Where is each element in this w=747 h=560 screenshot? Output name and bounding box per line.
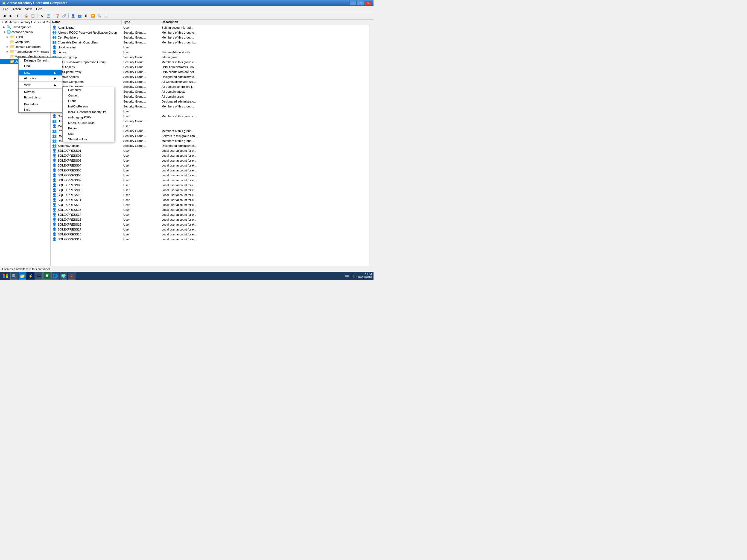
computer-button[interactable]: 🖥 (83, 13, 89, 19)
tree-item-dc[interactable]: ▶ 📁 Domain Controllers (0, 44, 50, 49)
find-button[interactable]: 🔍 (96, 13, 102, 19)
ctx-export[interactable]: Export List... (19, 95, 62, 100)
list-row[interactable]: 👥 DNS Admins Security Group... DNS Admin… (51, 65, 369, 70)
list-row[interactable]: 👤 SQLEXPRESS14 User Local user account f… (51, 212, 369, 217)
list-row[interactable]: 👤 SQLEXPRESS18 User Local user account f… (51, 232, 369, 237)
taskbar-suitcase[interactable]: 💼 (68, 272, 75, 280)
scrollbar[interactable] (369, 20, 374, 266)
list-row[interactable]: 👥 Allowed RODC Password Replication Grou… (51, 30, 369, 35)
minimize-button[interactable]: ─ (350, 1, 357, 5)
list-row[interactable]: 👥 Domain Admins Security Group... Design… (51, 74, 369, 79)
list-row[interactable]: 👤 SQLEXPRESS11 User Local user account f… (51, 198, 369, 202)
list-row[interactable]: 👥 Schema Admins Security Group... Design… (51, 143, 369, 148)
expand-builtin[interactable]: ▶ (6, 35, 10, 38)
ctx-view[interactable]: View ▶ (19, 82, 62, 88)
help-button[interactable]: ❓ (54, 13, 60, 19)
list-row[interactable]: 👥 Cert Publishers Security Group... Memb… (51, 35, 369, 40)
list-row[interactable]: 👤 SQLEXPRESS07 User Local user account f… (51, 178, 369, 183)
list-row[interactable]: 👤 SQLEXPRESS16 User Local user account f… (51, 222, 369, 227)
list-row[interactable]: 👤 SQLEXPRESS10 User Local user account f… (51, 193, 369, 198)
taskbar-chrome[interactable]: 🌐 (51, 272, 59, 280)
taskbar-files[interactable]: 🗂 (35, 272, 43, 280)
sub-msmq[interactable]: MSMQ Queue Alias (62, 120, 114, 126)
tree-item-root[interactable]: ▼ 🖥 Active Directory Users and Com (0, 20, 50, 25)
list-row[interactable]: 👤 SQLEXPRESS01 User Local user account f… (51, 148, 369, 153)
ctx-find[interactable]: Find... (19, 63, 62, 69)
ctx-refresh[interactable]: Refresh (19, 89, 62, 95)
list-row[interactable]: 👥 DNSUpdateProxy Security Group... DNS c… (51, 70, 369, 74)
expand-dc[interactable]: ▶ (6, 45, 10, 48)
ctx-delegate[interactable]: Delegate Control... (19, 58, 62, 63)
list-row[interactable]: 👤 SQLEXPRESS04 User Local user account f… (51, 163, 369, 168)
sub-contact[interactable]: Contact (62, 93, 114, 98)
move-button[interactable]: 🔄 (45, 13, 51, 19)
taskbar-aduc[interactable]: 🖥 (43, 272, 51, 280)
list-row[interactable]: 👤 SQLEXPRESS03 User Local user account f… (51, 158, 369, 163)
tree-item-foreign[interactable]: ▶ 📁 ForeignSecurityPrincipals (0, 49, 50, 54)
tree-item-builtin[interactable]: ▶ 📁 Builtin (0, 34, 50, 40)
col-header-type[interactable]: Type (122, 20, 160, 25)
menu-file[interactable]: File (1, 6, 10, 12)
col-header-desc[interactable]: Description (160, 20, 369, 25)
expand-root[interactable]: ▼ (1, 21, 4, 24)
list-row[interactable]: 👤 SQLEXPRESS08 User Local user account f… (51, 183, 369, 187)
ctx-properties[interactable]: Properties (19, 101, 62, 107)
ctx-all-tasks[interactable]: All Tasks ▶ (19, 75, 62, 81)
list-row[interactable]: 👤 SQLEXPRESS09 User Local user account f… (51, 187, 369, 193)
list-row[interactable]: 👤 cloudbase-init User (51, 45, 369, 50)
taskbar-explorer[interactable]: 📁 (19, 272, 26, 280)
sub-msds-resource[interactable]: msDS-ResourcePropertyList (62, 109, 114, 114)
list-row[interactable]: 👤 SQLEXPRESS17 User Local user account f… (51, 227, 369, 232)
sub-user[interactable]: User (62, 131, 114, 136)
taskbar-network[interactable]: 🌍 (60, 272, 67, 280)
connect-button[interactable]: 🔗 (61, 13, 67, 19)
sub-shared-folder[interactable]: Shared Folder (62, 136, 114, 142)
tree-item-computers[interactable]: 📁 Computers (0, 40, 50, 44)
expand-contoso[interactable]: ▼ (3, 31, 6, 33)
add-remove-column-button[interactable]: 📊 (103, 13, 109, 19)
list-row[interactable]: 👤 SQLEXPRESS05 User Local user account f… (51, 168, 369, 173)
user-button[interactable]: 👤 (70, 13, 76, 19)
list-row[interactable]: 👥 Domain Computers Security Group... All… (51, 79, 369, 84)
sub-group[interactable]: Group (62, 98, 114, 104)
list-row[interactable]: 👤 contoso User System Administrator (51, 50, 369, 55)
forward-button[interactable]: ▶ (8, 13, 14, 19)
menu-action[interactable]: Action (10, 6, 23, 12)
taskbar-search[interactable]: 🔍 (10, 272, 18, 280)
list-row[interactable]: 👤 SQLEXPRESS15 User Local user account f… (51, 217, 369, 222)
list-row[interactable]: 👤 SQLEXPRESS12 User Local user account f… (51, 202, 369, 207)
list-row[interactable]: 👤 SQLEXPRESS13 User Local user account f… (51, 207, 369, 212)
start-button[interactable] (1, 272, 10, 280)
expand-foreign[interactable]: ▶ (6, 50, 10, 53)
list-row[interactable]: 👤 SQLEXPRESS02 User Local user account f… (51, 153, 369, 158)
list-row[interactable]: 👤 Administrator User Built-in account fo… (51, 25, 369, 30)
back-button[interactable]: ◀ (1, 13, 7, 19)
menu-help[interactable]: Help (34, 6, 45, 12)
filter-button[interactable]: 🔽 (90, 13, 96, 19)
list-row[interactable]: 👥 Cloneable Domain Controllers Security … (51, 40, 369, 45)
expand-saved-queries[interactable]: ▶ (3, 26, 6, 28)
sub-inetorgperson[interactable]: InetOrgPerson (62, 104, 114, 109)
list-row[interactable]: 👥 contoso group Security Group... admin … (51, 55, 369, 59)
list-row[interactable]: 👤 SQLEXPRESS19 User Local user account f… (51, 237, 369, 242)
up-button[interactable]: ⬆ (14, 13, 20, 19)
tree-item-contoso[interactable]: ▼ 🌐 contoso.domain (0, 29, 50, 34)
properties-button[interactable]: 📋 (30, 13, 36, 19)
taskbar-powershell[interactable]: ⚡ (27, 272, 34, 280)
list-row[interactable]: 👥 RODC Password Replication Group Securi… (51, 59, 369, 65)
tree-item-saved-queries[interactable]: ▶ 🔍 Saved Queries (0, 25, 50, 29)
sub-msimaging[interactable]: msImaging-PSPs (62, 114, 114, 120)
sub-printer[interactable]: Printer (62, 126, 114, 131)
menu-view[interactable]: View (23, 6, 34, 12)
close-button[interactable]: ✕ (365, 1, 372, 5)
delete-button[interactable]: ✕ (39, 13, 45, 19)
group-button[interactable]: 👥 (77, 13, 83, 19)
list-body[interactable]: 👤 Administrator User Built-in account fo… (51, 25, 369, 266)
ctx-new[interactable]: New ▶ (19, 70, 62, 75)
ctx-help[interactable]: Help (19, 107, 62, 112)
col-header-name[interactable]: Name (51, 20, 122, 25)
maximize-button[interactable]: □ (357, 1, 364, 5)
list-row[interactable]: 👤 SQLEXPRESS06 User Local user account f… (51, 173, 369, 178)
sub-computer[interactable]: Computer (62, 87, 114, 93)
show-hide-button[interactable]: 🔒 (23, 13, 29, 19)
